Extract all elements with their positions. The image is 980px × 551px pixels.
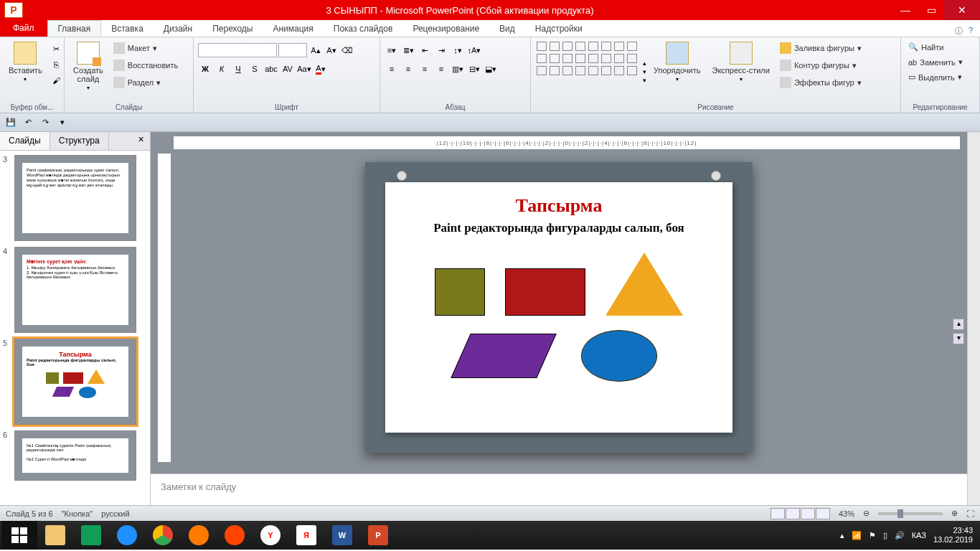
triangle-shape[interactable] [606,253,683,316]
sorter-view-button[interactable] [786,508,800,519]
align-text-button[interactable]: ⊟▾ [467,62,481,76]
close-button[interactable]: ✕ [944,0,980,20]
decrease-indent-button[interactable]: ⇤ [418,43,432,57]
shrink-font-button[interactable]: A▾ [324,43,339,57]
qat-customize[interactable]: ▾ [56,116,69,129]
justify-button[interactable]: ≡ [434,62,448,76]
font-size-combo[interactable] [278,43,307,57]
quick-styles-button[interactable]: Экспресс-стили ▾ [707,40,773,102]
chrome-icon[interactable] [145,521,181,550]
save-button[interactable]: 💾 [4,116,17,129]
volume-icon[interactable]: 🔊 [895,531,905,540]
ie-icon[interactable] [109,521,145,550]
reset-button[interactable]: Восстановить [110,59,181,72]
keyboard-lang[interactable]: КАЗ [912,531,926,540]
slide-thumbnail-5[interactable]: Тапсырма Paint редакторында фигураларды … [14,339,136,425]
clock[interactable]: 23:4313.02.2019 [933,526,973,545]
normal-view-button[interactable] [771,508,785,519]
section-button[interactable]: Раздел ▾ [110,76,181,89]
file-tab[interactable]: Файл [0,19,47,37]
zoom-slider[interactable] [878,512,943,515]
tab-transitions[interactable]: Переходы [202,20,263,37]
yandex-icon-2[interactable]: Я [288,521,324,550]
word-icon[interactable]: W [324,521,360,550]
powerpoint-icon[interactable]: P [360,521,396,550]
clear-format-button[interactable]: ⌫ [340,43,354,57]
yandex-icon[interactable]: Y [253,521,288,550]
bullets-button[interactable]: ≡▾ [385,43,399,57]
square-shape[interactable] [435,268,485,316]
shape-effects-button[interactable]: Эффекты фигур ▾ [777,76,864,89]
tab-slideshow[interactable]: Показ слайдов [324,20,403,37]
smartart-button[interactable]: ⬓▾ [484,62,498,76]
language-indicator[interactable]: русский [101,509,129,518]
zoom-level[interactable]: 43% [839,509,854,518]
tab-home[interactable]: Главная [47,20,102,37]
tray-up-icon[interactable]: ▴ [840,531,844,540]
store-icon[interactable] [73,521,109,550]
flag-icon[interactable]: ⚑ [869,531,876,540]
arrange-button[interactable]: Упорядочить ▾ [649,40,705,102]
explorer-icon[interactable] [37,521,73,550]
tab-design[interactable]: Дизайн [154,20,202,37]
parallelogram-shape[interactable] [451,334,557,378]
tab-insert[interactable]: Вставка [101,20,154,37]
slide-thumbnail-4[interactable]: Мәтінге сурет қою үшін:1. Көшіру Копиров… [14,247,136,333]
slides-tab[interactable]: Слайды [0,132,50,150]
tab-addins[interactable]: Надстройки [525,20,593,37]
format-painter-button[interactable]: 🖌 [50,73,64,88]
font-name-combo[interactable] [198,43,277,57]
slide-subtitle-text[interactable]: Paint редакторында фигураларды салып, бо… [394,221,724,235]
slide-canvas[interactable]: Тапсырма Paint редакторында фигураларды … [365,162,753,453]
columns-button[interactable]: ▥▾ [451,62,465,76]
vertical-scrollbar[interactable] [967,132,980,505]
select-button[interactable]: ▭Выделить ▾ [905,72,966,83]
media-icon[interactable] [181,521,217,550]
tab-view[interactable]: Вид [489,20,525,37]
prev-slide-button[interactable]: ▴ [953,319,964,330]
next-slide-button[interactable]: ▾ [953,333,964,344]
shadow-button[interactable]: abc [264,62,278,76]
layout-button[interactable]: Макет ▾ [110,42,181,55]
shapes-gallery[interactable] [535,40,640,102]
notes-pane[interactable]: Заметки к слайду [151,474,967,505]
network-icon[interactable]: 📶 [852,531,862,540]
oval-shape[interactable] [581,330,657,382]
replace-button[interactable]: abЗаменить ▾ [905,57,966,67]
paste-button[interactable]: Вставить ▾ [4,40,47,102]
align-right-button[interactable]: ≡ [418,62,432,76]
minimize-button[interactable]: — [892,0,918,20]
outline-tab[interactable]: Структура [50,132,109,150]
shape-outline-button[interactable]: Контур фигуры ▾ [777,59,864,72]
text-direction-button[interactable]: ↕A▾ [467,43,481,57]
start-button[interactable] [1,521,37,550]
help-icon[interactable]: ? [969,26,973,37]
undo-button[interactable]: ↶ [22,116,34,129]
thumbnails[interactable]: 3 Paint графикалық редакторында сурет са… [0,151,150,505]
app-icon-1[interactable] [217,521,253,550]
slide-thumbnail-6[interactable]: №1 Смайликтің суретін Paint графикалық р… [14,430,136,481]
italic-button[interactable]: К [215,62,229,76]
zoom-in-button[interactable]: ⊕ [951,509,958,518]
slide-thumbnail-3[interactable]: Paint графикалық редакторында сурет салы… [14,155,136,241]
slide-title-text[interactable]: Тапсырма [394,195,724,217]
shape-fill-button[interactable]: Заливка фигуры ▾ [777,42,864,55]
line-spacing-button[interactable]: ↕▾ [451,43,465,57]
tab-animation[interactable]: Анимация [263,20,323,37]
zoom-out-button[interactable]: ⊖ [863,509,870,518]
ribbon-minimize-icon[interactable]: ⓘ [955,26,963,37]
copy-button[interactable]: ⎘ [50,57,64,72]
font-color-button[interactable]: A▾ [314,62,328,76]
align-left-button[interactable]: ≡ [385,62,399,76]
underline-button[interactable]: Ч [231,62,245,76]
panel-close-button[interactable]: ✕ [132,132,150,150]
cut-button[interactable]: ✂ [50,42,64,56]
reading-view-button[interactable] [801,508,815,519]
rectangle-shape[interactable] [505,268,585,316]
redo-button[interactable]: ↷ [39,116,52,129]
battery-icon[interactable]: ▯ [883,531,887,540]
maximize-button[interactable]: ▭ [918,0,944,20]
fit-window-button[interactable]: ⛶ [966,509,974,518]
grow-font-button[interactable]: A▴ [308,43,323,57]
case-button[interactable]: Aa▾ [297,62,311,76]
